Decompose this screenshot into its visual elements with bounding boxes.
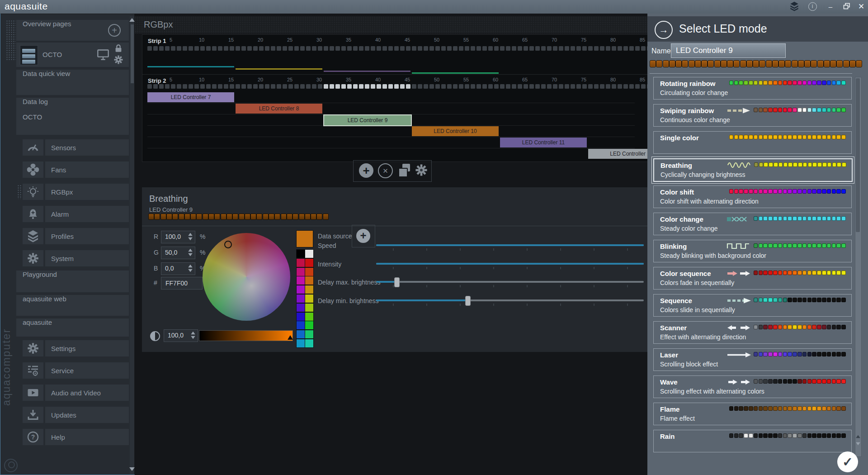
- palette-swatch[interactable]: [305, 330, 314, 339]
- strip1-controller-segment[interactable]: [412, 72, 499, 74]
- mode-row-scanner[interactable]: ScannerEffect with alternating direction: [653, 321, 852, 344]
- mode-row-breathing[interactable]: BreathingCyclically changing brightness: [653, 158, 853, 182]
- sidebar-section-octo[interactable]: OCTO: [16, 113, 129, 135]
- mode-row-swiping-rainbow[interactable]: Swiping rainbowContinuous color change: [653, 104, 852, 127]
- strip1-controller-segment[interactable]: [236, 68, 322, 70]
- sidebar-item-fans[interactable]: Fans: [45, 162, 129, 178]
- spin-up-arrow[interactable]: [190, 331, 196, 335]
- mode-row-rotating-rainbow[interactable]: Rotating rainbowCirculating color change: [653, 77, 852, 100]
- brightness-gradient-bar[interactable]: [199, 330, 293, 341]
- spin-up-arrow[interactable]: [188, 264, 193, 268]
- led-controller-block[interactable]: LED Controller 8: [236, 104, 322, 114]
- scroll-down-arrow[interactable]: [129, 467, 135, 471]
- palette-swatch[interactable]: [305, 294, 314, 303]
- palette-swatch[interactable]: [305, 303, 314, 312]
- sidebar-item-audio-and-video[interactable]: Audio and Video: [45, 385, 129, 401]
- sidebar-item-service[interactable]: Service: [45, 362, 129, 379]
- spin-down-arrow[interactable]: [190, 336, 196, 340]
- led-controller-block[interactable]: LED Controller 10: [412, 126, 499, 136]
- scroll-up-arrow[interactable]: [129, 18, 135, 22]
- spin-down-arrow[interactable]: [188, 269, 193, 273]
- sidebar-scrollbar[interactable]: [130, 16, 134, 475]
- palette-swatch[interactable]: [296, 267, 305, 276]
- sidebar-item-settings[interactable]: Settings: [45, 340, 129, 356]
- mode-row-flame[interactable]: FlameFlame effect: [653, 403, 852, 425]
- led-controller-block[interactable]: LED Controller 12: [588, 149, 647, 159]
- layers-menu-icon[interactable]: [788, 1, 801, 11]
- mode-row-laser[interactable]: LaserScrolling block effect: [653, 348, 852, 371]
- brightness-spinner[interactable]: 100,0: [164, 329, 198, 342]
- palette-swatch[interactable]: [305, 285, 314, 294]
- name-input[interactable]: LED Controller 9: [671, 43, 786, 58]
- sidebar-item-profiles[interactable]: Profiles: [45, 228, 129, 244]
- sidebar-section-overview-pages[interactable]: Overview pages+: [16, 20, 129, 41]
- mode-row-color-change[interactable]: Color changeSteady color change: [653, 213, 852, 235]
- hex-input[interactable]: FF7F00: [161, 277, 203, 290]
- slider-track[interactable]: [376, 281, 644, 283]
- mode-row-color-shift[interactable]: Color shiftColor shift with alternating …: [653, 185, 852, 208]
- slider-handle[interactable]: [394, 277, 400, 287]
- sidebar-item-sensors[interactable]: Sensors: [45, 139, 129, 156]
- mode-row-color-sequence[interactable]: Color sequenceColors fade in sequentiall…: [653, 267, 852, 290]
- sidebar-item-help[interactable]: Help: [45, 429, 129, 445]
- palette-swatch[interactable]: [296, 339, 305, 348]
- sidebar-section-playground[interactable]: Playground: [16, 271, 129, 292]
- close-button[interactable]: ✕: [854, 2, 868, 12]
- monitor-icon[interactable]: [97, 49, 109, 62]
- slider-handle[interactable]: [465, 296, 471, 306]
- sidebar-section-aquasuite-web[interactable]: aquasuite web: [16, 295, 129, 316]
- mode-scroll-up-arrow[interactable]: [856, 435, 860, 438]
- add-controller-button[interactable]: +: [359, 163, 373, 178]
- spin-down-arrow[interactable]: [188, 237, 193, 241]
- strip1-controller-segment[interactable]: [324, 71, 410, 72]
- collapse-arrow-icon[interactable]: →: [655, 21, 673, 39]
- mode-row-blinking[interactable]: BlinkingSteady blinking with background …: [653, 240, 852, 262]
- led-controller-block[interactable]: LED Controller 7: [147, 92, 234, 102]
- color-wheel[interactable]: [203, 233, 290, 321]
- palette-swatch[interactable]: [296, 285, 305, 294]
- remove-controller-button[interactable]: ✕: [378, 163, 393, 178]
- add-overview-page-button[interactable]: +: [108, 24, 121, 37]
- palette-swatch[interactable]: [305, 321, 314, 330]
- mode-row-single-color[interactable]: Single color: [653, 131, 852, 154]
- color-wheel-marker[interactable]: [224, 241, 232, 248]
- palette-swatch[interactable]: [305, 312, 314, 321]
- strip1-controller-segment[interactable]: [147, 66, 234, 67]
- gradient-marker[interactable]: [288, 335, 293, 340]
- restore-button[interactable]: [840, 3, 854, 13]
- sidebar-item-octo-overview[interactable]: OCTO: [16, 43, 129, 67]
- sidebar-item-rgbpx[interactable]: RGBpx: [45, 184, 129, 200]
- scrollbar-thumb[interactable]: [131, 24, 134, 83]
- r-spinner[interactable]: 100,0: [161, 231, 195, 243]
- confirm-checkmark-button[interactable]: ✓: [837, 451, 858, 472]
- b-spinner[interactable]: 0,0: [161, 262, 195, 275]
- controller-settings-button[interactable]: [414, 163, 429, 179]
- mode-row-wave[interactable]: WaveScrolling effect with alternating co…: [653, 375, 852, 398]
- mode-row-sequence[interactable]: SequenceColors slide in sequentially: [653, 294, 852, 317]
- spin-up-arrow[interactable]: [188, 233, 193, 237]
- palette-swatch[interactable]: [305, 249, 314, 258]
- info-icon[interactable]: i: [806, 2, 819, 12]
- g-spinner[interactable]: 50,0: [161, 247, 195, 259]
- palette-swatch[interactable]: [296, 276, 305, 285]
- palette-swatch[interactable]: [305, 267, 314, 276]
- palette-swatch[interactable]: [305, 258, 314, 267]
- spin-up-arrow[interactable]: [188, 248, 193, 252]
- sidebar-section-data-quick-view[interactable]: Data quick view: [16, 70, 129, 95]
- sidebar-section-data-log[interactable]: Data log: [16, 98, 129, 113]
- palette-swatch[interactable]: [296, 303, 305, 312]
- spin-down-arrow[interactable]: [188, 253, 193, 257]
- palette-swatch[interactable]: [305, 339, 314, 348]
- copy-controller-button[interactable]: [398, 163, 411, 178]
- add-data-source-button[interactable]: +: [356, 229, 370, 243]
- mode-scrollbar-thumb[interactable]: [856, 78, 860, 232]
- sidebar-item-updates[interactable]: Updates: [45, 407, 129, 423]
- palette-swatch[interactable]: [296, 321, 305, 330]
- palette-swatch[interactable]: [296, 249, 305, 258]
- sidebar-item-alarm[interactable]: Alarm: [45, 206, 129, 222]
- led-controller-block[interactable]: LED Controller 11: [500, 138, 587, 147]
- minimize-button[interactable]: –: [824, 2, 837, 12]
- palette-swatch[interactable]: [296, 258, 305, 267]
- palette-swatch[interactable]: [305, 276, 314, 285]
- device-settings-gear-icon[interactable]: [113, 54, 124, 66]
